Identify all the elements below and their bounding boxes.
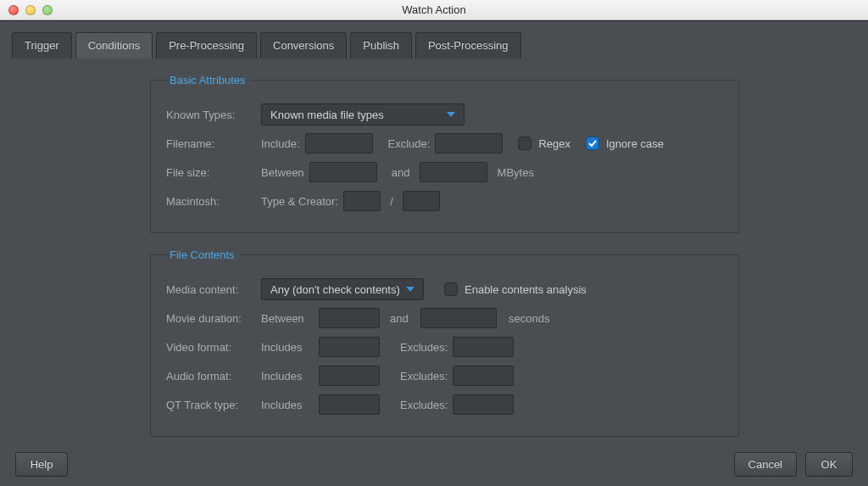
chevron-down-icon bbox=[447, 112, 455, 117]
between-label: Between bbox=[261, 166, 304, 179]
basic-legend: Basic Attributes bbox=[168, 74, 251, 87]
between-label2: Between bbox=[261, 312, 319, 325]
chevron-down-icon bbox=[406, 287, 415, 292]
row-movie-duration: Movie duration: Between and seconds bbox=[166, 305, 723, 331]
filename-include-input[interactable] bbox=[305, 133, 373, 154]
excludes-label-a: Excludes: bbox=[400, 370, 448, 383]
tab-conversions[interactable]: Conversions bbox=[260, 32, 347, 59]
row-filename: Filename: Include: Exclude: Regex Ignore… bbox=[166, 131, 723, 156]
excludes-label-v: Excludes: bbox=[400, 341, 448, 354]
mbytes-label: MBytes bbox=[498, 166, 534, 179]
ignorecase-label: Ignore case bbox=[606, 137, 664, 150]
video-excludes-input[interactable] bbox=[453, 337, 514, 357]
mac-type-input[interactable] bbox=[343, 191, 381, 211]
row-qt-track: QT Track type: Includes Excludes: bbox=[166, 392, 723, 417]
includes-label-a: Includes bbox=[261, 370, 319, 383]
filename-label: Filename: bbox=[166, 137, 261, 150]
filesize-label: File size: bbox=[166, 166, 261, 179]
filename-exclude-input[interactable] bbox=[435, 133, 503, 154]
row-filesize: File size: Between and MBytes bbox=[166, 159, 723, 185]
and-label2: and bbox=[390, 312, 420, 325]
tab-bar: Trigger Conditions Pre-Processing Conver… bbox=[0, 21, 868, 59]
ok-button[interactable]: OK bbox=[805, 452, 853, 477]
regex-checkbox[interactable] bbox=[518, 137, 531, 150]
media-content-value: Any (don't check contents) bbox=[270, 283, 400, 296]
mac-creator-input[interactable] bbox=[403, 191, 440, 211]
audio-format-label: Audio format: bbox=[166, 370, 261, 383]
ignorecase-checkbox[interactable] bbox=[586, 137, 599, 150]
seconds-label: seconds bbox=[509, 312, 549, 325]
app-body: Trigger Conditions Pre-Processing Conver… bbox=[0, 20, 868, 486]
exclude-label: Exclude: bbox=[388, 137, 431, 150]
window-title: Watch Action bbox=[0, 3, 868, 16]
movie-duration-label: Movie duration: bbox=[166, 312, 261, 325]
conditions-panel: Basic Attributes Known Types: Known medi… bbox=[12, 59, 856, 452]
tab-trigger[interactable]: Trigger bbox=[12, 32, 72, 59]
known-types-value: Known media file types bbox=[270, 109, 384, 121]
tab-conditions[interactable]: Conditions bbox=[75, 32, 153, 59]
regex-label: Regex bbox=[538, 137, 570, 150]
row-media-content: Media content: Any (don't check contents… bbox=[166, 277, 723, 302]
titlebar: Watch Action bbox=[0, 0, 868, 20]
filesize-to-input[interactable] bbox=[420, 162, 487, 182]
audio-includes-input[interactable] bbox=[319, 366, 380, 386]
include-label: Include: bbox=[261, 137, 300, 150]
mac-label: Macintosh: bbox=[166, 195, 261, 208]
video-includes-input[interactable] bbox=[319, 337, 380, 357]
qt-includes-input[interactable] bbox=[319, 394, 380, 415]
cancel-button[interactable]: Cancel bbox=[734, 452, 797, 477]
file-contents-group: File Contents Media content: Any (don't … bbox=[150, 249, 739, 437]
enable-analysis-label: Enable contents analysis bbox=[465, 283, 587, 296]
typecreator-label: Type & Creator: bbox=[261, 195, 338, 208]
enable-analysis-checkbox[interactable] bbox=[444, 282, 458, 296]
filesize-from-input[interactable] bbox=[309, 162, 377, 182]
tab-publish[interactable]: Publish bbox=[350, 32, 412, 59]
qt-excludes-input[interactable] bbox=[453, 394, 514, 415]
known-types-select[interactable]: Known media file types bbox=[261, 103, 465, 126]
row-video-format: Video format: Includes Excludes: bbox=[166, 334, 723, 360]
known-types-label: Known Types: bbox=[166, 109, 261, 121]
includes-label-v: Includes bbox=[261, 341, 319, 354]
basic-attributes-group: Basic Attributes Known Types: Known medi… bbox=[150, 74, 739, 233]
audio-excludes-input[interactable] bbox=[453, 366, 514, 386]
footer: Help Cancel OK bbox=[0, 452, 868, 486]
duration-from-input[interactable] bbox=[319, 308, 380, 328]
excludes-label-q: Excludes: bbox=[400, 399, 448, 411]
tab-preprocessing[interactable]: Pre-Processing bbox=[156, 32, 257, 59]
qt-track-label: QT Track type: bbox=[166, 399, 261, 411]
slash-label: / bbox=[386, 195, 398, 208]
row-mac: Macintosh: Type & Creator: / bbox=[166, 188, 723, 214]
duration-to-input[interactable] bbox=[420, 308, 497, 328]
contents-legend: File Contents bbox=[168, 249, 240, 261]
row-known-types: Known Types: Known media file types bbox=[166, 102, 723, 127]
media-content-select[interactable]: Any (don't check contents) bbox=[261, 278, 424, 300]
help-button[interactable]: Help bbox=[15, 452, 68, 477]
tab-postprocessing[interactable]: Post-Processing bbox=[415, 32, 521, 59]
and-label: and bbox=[387, 166, 415, 179]
row-audio-format: Audio format: Includes Excludes: bbox=[166, 363, 723, 388]
includes-label-q: Includes bbox=[261, 399, 319, 411]
video-format-label: Video format: bbox=[166, 341, 261, 354]
media-content-label: Media content: bbox=[166, 283, 261, 296]
